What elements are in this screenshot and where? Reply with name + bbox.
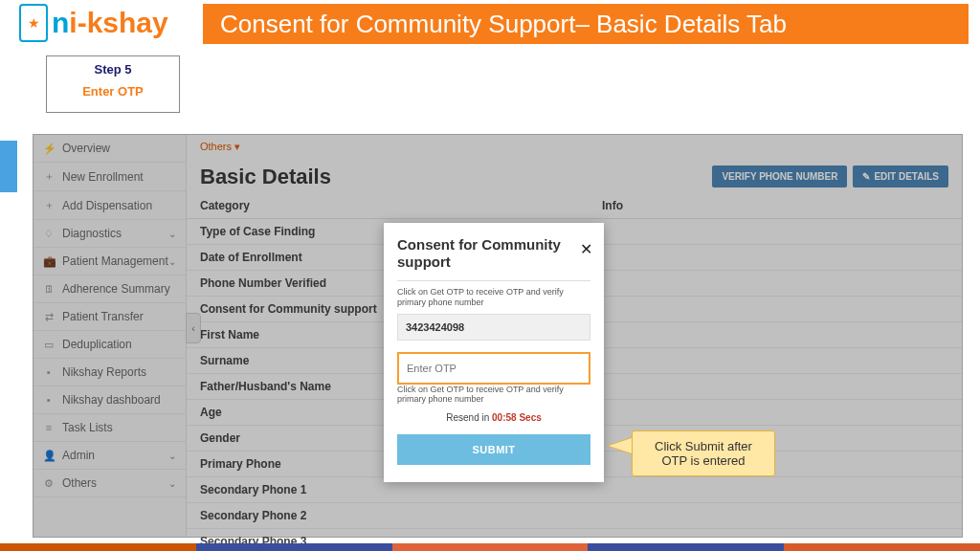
sidebar-icon: ♢ — [43, 228, 55, 240]
sidebar-item[interactable]: ⚡Overview — [33, 135, 186, 163]
pencil-icon: ✎ — [862, 171, 870, 182]
edit-details-button[interactable]: ✎EDIT DETAILS — [853, 165, 948, 187]
step-label: Enter OTP — [56, 84, 169, 99]
chevron-down-icon: ⌄ — [168, 256, 176, 267]
sidebar-icon: 🗓 — [43, 283, 55, 295]
chevron-down-icon: ⌄ — [168, 229, 176, 239]
sidebar-icon: 👤 — [43, 450, 55, 462]
sidebar-collapse-button[interactable]: ‹ — [186, 313, 201, 343]
submit-button[interactable]: SUBMIT — [397, 434, 590, 465]
col-category: Category — [200, 199, 391, 212]
step-number: Step 5 — [56, 62, 169, 77]
app-window: ⚡Overview＋New Enrollment＋Add Dispensatio… — [33, 134, 963, 538]
consent-modal: Consent for Community support ✕ Click on… — [384, 223, 604, 482]
sidebar-item-label: Patient Management — [62, 254, 168, 268]
page-header: Consent for Community Support– Basic Det… — [203, 4, 969, 44]
logo-text: ni-kshay — [52, 7, 168, 39]
sidebar-item-label: Add Dispensation — [62, 199, 152, 212]
sidebar-icon: ＋ — [43, 169, 55, 184]
sidebar-item-label: Deduplication — [62, 338, 132, 351]
sidebar-item-label: Nikshay dashboard — [62, 393, 161, 407]
step-indicator: Step 5 Enter OTP — [46, 55, 180, 113]
sidebar-item-label: Adherence Summary — [62, 282, 170, 296]
sidebar-icon: ＋ — [43, 198, 55, 212]
footer-strip — [0, 543, 980, 551]
chevron-down-icon: ⌄ — [168, 478, 176, 489]
sidebar-item[interactable]: ♢Diagnostics⌄ — [33, 220, 186, 248]
sidebar-icon: ⚙ — [43, 477, 55, 490]
divider — [397, 280, 590, 281]
tab-others[interactable]: Others ▾ — [187, 135, 962, 155]
section-title: Basic Details — [200, 165, 331, 188]
sidebar-item-label: Diagnostics — [62, 227, 122, 240]
sidebar-item[interactable]: 🗓Adherence Summary — [33, 276, 186, 303]
sidebar: ⚡Overview＋New Enrollment＋Add Dispensatio… — [33, 135, 187, 537]
sidebar-item[interactable]: ▪Nikshay dashboard — [33, 386, 186, 414]
accent-bar — [0, 141, 17, 192]
page-title: Consent for Community Support– Basic Det… — [220, 10, 787, 39]
otp-input[interactable] — [397, 352, 590, 385]
logo: ni-kshay — [19, 4, 168, 42]
col-info: Info — [602, 199, 623, 212]
sidebar-icon: ≡ — [43, 422, 55, 433]
sidebar-item-label: Patient Transfer — [62, 310, 144, 323]
close-icon[interactable]: ✕ — [580, 240, 592, 258]
callout-arrow — [609, 438, 632, 453]
sidebar-item[interactable]: ⚙Others⌄ — [33, 470, 186, 497]
phone-input[interactable] — [397, 314, 590, 341]
sidebar-icon: ▪ — [43, 366, 55, 378]
sidebar-item[interactable]: ⇄Patient Transfer — [33, 303, 186, 331]
sidebar-item[interactable]: ≡Task Lists — [33, 414, 186, 442]
sidebar-item-label: Task Lists — [62, 421, 113, 434]
sidebar-icon: ▪ — [43, 394, 55, 406]
sidebar-icon: ⚡ — [43, 143, 55, 155]
sidebar-icon: ⇄ — [43, 311, 55, 323]
verify-phone-button[interactable]: VERIFY PHONE NUMBER — [712, 165, 847, 187]
callout: Click Submit after OTP is entered — [632, 430, 775, 476]
table-row: Secondary Phone 2 — [187, 503, 962, 529]
sidebar-item[interactable]: ＋Add Dispensation — [33, 191, 186, 220]
sidebar-item[interactable]: ＋New Enrollment — [33, 163, 186, 191]
table-header: Category Info — [187, 193, 962, 219]
sidebar-item-label: Overview — [62, 142, 110, 155]
sidebar-item-label: Admin — [62, 449, 95, 462]
modal-instruction-2: Click on Get OTP to receive OTP and veri… — [397, 385, 590, 406]
sidebar-item-label: Others — [62, 476, 97, 490]
sidebar-item[interactable]: 👤Admin⌄ — [33, 442, 186, 470]
sidebar-icon: ▭ — [43, 339, 55, 351]
chevron-down-icon: ⌄ — [168, 451, 176, 461]
sidebar-item[interactable]: ▪Nikshay Reports — [33, 359, 186, 386]
modal-instruction-1: Click on Get OTP to receive OTP and veri… — [397, 287, 590, 308]
logo-icon — [19, 4, 48, 42]
modal-title: Consent for Community support — [397, 236, 590, 271]
sidebar-item-label: New Enrollment — [62, 170, 144, 184]
sidebar-item-label: Nikshay Reports — [62, 365, 146, 379]
sidebar-icon: 💼 — [43, 255, 55, 268]
resend-timer: Resend in 00:58 Secs — [397, 412, 590, 423]
sidebar-item[interactable]: 💼Patient Management⌄ — [33, 248, 186, 276]
sidebar-item[interactable]: ▭Deduplication — [33, 331, 186, 359]
